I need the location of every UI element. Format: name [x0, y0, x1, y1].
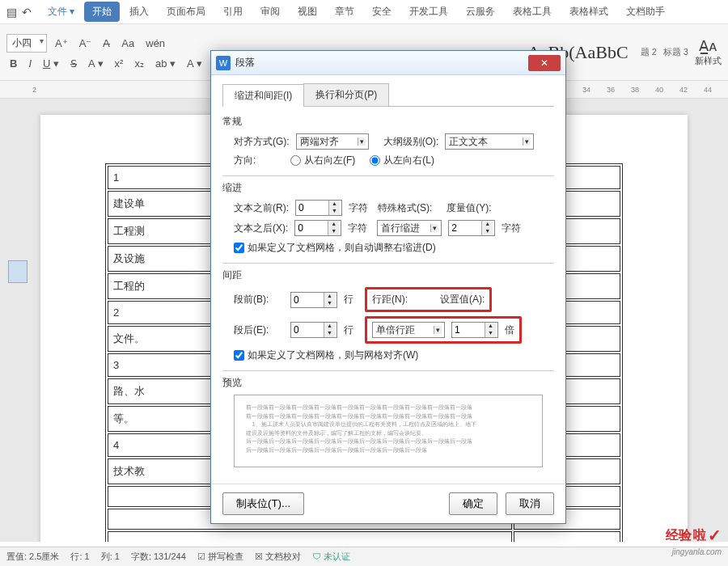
space-after-spinner[interactable]: ▲▼ [290, 322, 337, 338]
tab-ref[interactable]: 引用 [215, 2, 251, 22]
ok-button[interactable]: 确定 [449, 492, 497, 515]
indent-after-spinner[interactable]: ▲▼ [294, 220, 341, 236]
watermark: 经验啦 ✓ jingyanla.com [666, 526, 722, 545]
measure-spinner[interactable]: ▲▼ [448, 220, 495, 236]
change-case-icon[interactable]: Aa [118, 36, 138, 51]
status-auth[interactable]: 🛡 未认证 [312, 551, 350, 563]
underline-button[interactable]: U ▾ [40, 56, 62, 71]
new-style-button[interactable]: A̲ᴀ 新样式 [695, 37, 722, 67]
outline-combo[interactable]: 正文文本 [445, 133, 534, 150]
italic-button[interactable]: I [25, 56, 35, 71]
set-value-spinner[interactable]: ▲▼ [451, 322, 498, 338]
tab-indent-spacing[interactable]: 缩进和间距(I) [222, 84, 304, 107]
tabstop-button[interactable]: 制表位(T)... [222, 492, 304, 515]
line-spacing-highlight: 行距(N): 设置值(A): [365, 287, 492, 312]
set-label: 设置值(A): [440, 293, 485, 306]
cancel-button[interactable]: 取消 [506, 492, 554, 515]
tab-table-tools[interactable]: 表格工具 [505, 2, 560, 22]
indent-grid-check[interactable]: 如果定义了文档网格，则自动调整右缩进(D) [234, 241, 554, 255]
highlight-button[interactable]: ab ▾ [152, 56, 179, 71]
indent-after-label: 文本之后(X): [234, 222, 288, 235]
tab-view[interactable]: 视图 [290, 2, 325, 22]
tab-table-style[interactable]: 表格样式 [561, 2, 616, 22]
dialog-title-text: 段落 [235, 56, 255, 70]
style-label-2[interactable]: 题 2 [641, 46, 657, 58]
font-size-combo[interactable]: 小四 [6, 34, 47, 53]
check-icon: ✓ [708, 526, 722, 545]
clear-format-icon[interactable]: A̶ [99, 36, 113, 51]
tab-security[interactable]: 安全 [364, 2, 400, 22]
status-spell[interactable]: ☑ 拼写检查 [197, 551, 243, 563]
dialog-tabs: 缩进和间距(I) 换行和分页(P) [222, 83, 554, 107]
spacing-grid-check[interactable]: 如果定义了文档网格，则与网格对齐(W) [234, 348, 554, 362]
paragraph-dialog: W 段落 ✕ 缩进和间距(I) 换行和分页(P) 常规 对齐方式(G): 两端对… [210, 50, 566, 524]
line-spacing-combo[interactable]: 单倍行距 [372, 322, 445, 338]
dialog-app-icon: W [216, 56, 231, 70]
undo-icon[interactable]: ↶ [22, 6, 32, 19]
subscript-button[interactable]: x₂ [131, 56, 147, 71]
phonetic-icon[interactable]: wén [142, 36, 168, 51]
tab-file[interactable]: 文件 ▾ [40, 2, 83, 22]
tab-line-page[interactable]: 换行和分页(P) [303, 83, 389, 106]
font-color-button[interactable]: A ▾ [85, 56, 107, 71]
align-label: 对齐方式(G): [234, 135, 290, 149]
status-pos: 置值: 2.5厘米 [6, 551, 59, 563]
preview-group: 预览 前一段落前一段落前一段落前一段落前一段落前一段落前一段落前一段落前一段落前… [222, 376, 554, 467]
status-proof[interactable]: ☒ 文档校对 [255, 551, 301, 563]
style-label-3[interactable]: 标题 3 [663, 46, 688, 58]
font-shrink-icon[interactable]: A⁻ [76, 36, 95, 51]
dialog-titlebar[interactable]: W 段落 ✕ [211, 51, 565, 75]
strike-button[interactable]: S̶ [67, 56, 80, 71]
quick-access: ▤ ↶ [6, 6, 32, 19]
ltr-radio[interactable]: 从左向右(L) [370, 154, 434, 167]
status-words: 字数: 131/244 [131, 551, 186, 563]
tab-start[interactable]: 开始 [84, 2, 120, 22]
menu-tabs: 文件 ▾ 开始 插入 页面布局 引用 审阅 视图 章节 安全 开发工具 云服务 … [40, 2, 673, 22]
tab-review[interactable]: 审阅 [252, 2, 288, 22]
space-before-spinner[interactable]: ▲▼ [290, 292, 337, 308]
special-combo[interactable]: 首行缩进 [377, 220, 442, 236]
line-label: 行距(N): [372, 293, 408, 306]
outline-label: 大纲级别(O): [383, 135, 439, 149]
dialog-footer: 制表位(T)... 确定 取消 [211, 484, 565, 523]
line-spacing-highlight-row2: 单倍行距 ▲▼ 倍 [365, 316, 522, 344]
special-label: 特殊格式(S): [378, 201, 432, 215]
space-before-label: 段前(B): [234, 293, 284, 306]
status-bar: 置值: 2.5厘米 行: 1 列: 1 字数: 131/244 ☑ 拼写检查 ☒… [0, 547, 728, 566]
tab-chapter[interactable]: 章节 [327, 2, 362, 22]
page-thumbnail-icon[interactable] [8, 260, 28, 283]
general-group: 常规 对齐方式(G): 两端对齐 大纲级别(O): 正文文本 方向: 从右向左(… [222, 115, 554, 167]
preview-box: 前一段落前一段落前一段落前一段落前一段落前一段落前一段落前一段落前一段落前一段落… [234, 395, 543, 467]
space-after-label: 段后(E): [234, 323, 284, 337]
menu-bar: ▤ ↶ 文件 ▾ 开始 插入 页面布局 引用 审阅 视图 章节 安全 开发工具 … [0, 0, 728, 24]
text-effect-button[interactable]: A ▾ [184, 56, 205, 71]
direction-label: 方向: [234, 154, 284, 167]
spacing-group: 间距 段前(B): ▲▼ 行 行距(N): 设置值(A): 段后(E): ▲▼ … [222, 268, 554, 362]
tab-insert[interactable]: 插入 [121, 2, 157, 22]
status-col: 列: 1 [101, 551, 120, 563]
align-combo[interactable]: 两端对齐 [296, 133, 369, 150]
indent-before-label: 文本之前(R): [234, 201, 289, 215]
indent-group: 缩进 文本之前(R): ▲▼ 字符 特殊格式(S): 度量值(Y): 文本之后(… [222, 181, 554, 255]
tab-layout[interactable]: 页面布局 [159, 2, 214, 22]
bold-button[interactable]: B [6, 56, 20, 71]
tab-cloud[interactable]: 云服务 [458, 2, 503, 22]
tab-dev[interactable]: 开发工具 [401, 2, 456, 22]
rtl-radio[interactable]: 从右向左(F) [290, 154, 355, 167]
save-icon[interactable]: ▤ [6, 6, 17, 19]
font-grow-icon[interactable]: A⁺ [52, 36, 71, 51]
status-line: 行: 1 [70, 551, 89, 563]
superscript-button[interactable]: x² [112, 56, 127, 71]
tab-doc-helper[interactable]: 文档助手 [618, 2, 673, 22]
measure-label: 度量值(Y): [447, 201, 491, 215]
indent-before-spinner[interactable]: ▲▼ [295, 200, 342, 216]
close-button[interactable]: ✕ [528, 55, 561, 71]
